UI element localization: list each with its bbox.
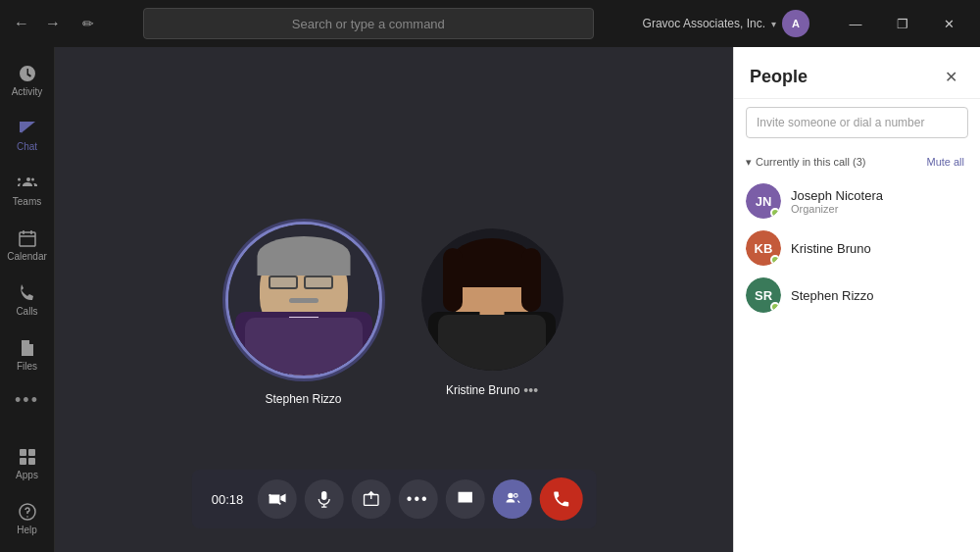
user-avatar: A [782, 10, 809, 37]
joseph-info: Joseph Nicotera Organizer [791, 188, 968, 215]
more-button[interactable]: ••• [398, 479, 437, 519]
sidebar-label-calendar: Calendar [7, 251, 47, 262]
chevron-down-icon: ▾ [771, 19, 776, 29]
joseph-avatar: JN [746, 183, 781, 219]
video-area: Stephen Rizzo [55, 47, 733, 552]
participant-tile-kristine: Kristine Bruno ••• [421, 228, 564, 371]
sidebar-more-button[interactable]: ••• [4, 384, 51, 416]
people-panel: People ✕ ▾ Currently in this call (3) Mu… [733, 47, 980, 552]
svg-point-9 [26, 516, 28, 518]
camera-button[interactable] [257, 479, 296, 519]
participant-list: JN Joseph Nicotera Organizer KB [734, 174, 980, 552]
joseph-status-dot [770, 208, 780, 218]
people-button[interactable] [492, 479, 531, 519]
sidebar-item-activity[interactable]: Activity [4, 55, 51, 106]
participant-tile-stephen: Stephen Rizzo [225, 222, 382, 378]
svg-rect-11 [321, 491, 326, 500]
invite-input[interactable] [746, 107, 968, 138]
restore-button[interactable]: ❐ [880, 8, 925, 39]
kristine-info: Kristine Bruno [791, 241, 968, 256]
joseph-role: Organizer [791, 203, 968, 215]
forward-button[interactable]: → [39, 10, 67, 37]
title-bar: ← → ✏ Gravoc Associates, Inc. ▾ A — ❐ ✕ [0, 0, 980, 47]
back-button[interactable]: ← [8, 10, 35, 37]
call-timer: 00:18 [204, 492, 252, 507]
tenant-selector[interactable]: Gravoc Associates, Inc. ▾ A [635, 6, 817, 41]
participant-name-stephen: Stephen Rizzo [265, 392, 341, 406]
svg-rect-6 [20, 458, 26, 465]
stephen-status-dot [770, 302, 780, 312]
search-input[interactable] [143, 8, 594, 39]
svg-rect-0 [20, 232, 35, 246]
video-stephen [225, 222, 382, 378]
microphone-button[interactable] [304, 479, 343, 519]
sidebar-item-calendar[interactable]: Calendar [4, 220, 51, 271]
sidebar-label-activity: Activity [12, 86, 43, 97]
svg-rect-5 [28, 449, 35, 456]
stephen-info: Stephen Rizzo [791, 288, 968, 303]
window-controls: — ❐ ✕ [833, 8, 972, 39]
section-title: ▾ Currently in this call (3) [746, 156, 865, 169]
list-item[interactable]: SR Stephen Rizzo [734, 272, 980, 319]
sidebar-item-apps[interactable]: Apps [4, 438, 51, 489]
sidebar-item-teams[interactable]: Teams [4, 165, 51, 216]
stephen-panel-avatar: SR [746, 277, 781, 313]
kristine-status-dot [770, 255, 780, 265]
mute-all-button[interactable]: Mute all [922, 154, 968, 170]
sidebar-label-chat: Chat [17, 141, 37, 152]
close-button[interactable]: ✕ [927, 8, 972, 39]
participant-name-kristine: Kristine Bruno ••• [446, 382, 538, 398]
sidebar: Activity Chat Teams Calendar Calls Files… [0, 47, 55, 552]
share-button[interactable] [351, 479, 390, 519]
sidebar-label-files: Files [17, 361, 37, 372]
section-expand-icon[interactable]: ▾ [746, 156, 752, 169]
svg-rect-7 [28, 458, 35, 465]
list-item[interactable]: KB Kristine Bruno [734, 225, 980, 272]
sidebar-label-help: Help [17, 525, 37, 535]
panel-title: People [750, 67, 808, 87]
sidebar-item-calls[interactable]: Calls [4, 275, 51, 326]
minimize-button[interactable]: — [833, 8, 878, 39]
joseph-name: Joseph Nicotera [791, 188, 968, 203]
compose-button[interactable]: ✏ [74, 10, 102, 37]
sidebar-item-chat[interactable]: Chat [4, 110, 51, 161]
nav-buttons: ← → [8, 10, 67, 37]
stephen-panel-name: Stephen Rizzo [791, 288, 968, 303]
main-content: Activity Chat Teams Calendar Calls Files… [0, 47, 980, 552]
kristine-panel-name: Kristine Bruno [791, 241, 968, 256]
panel-header: People ✕ [734, 47, 980, 99]
sidebar-label-calls: Calls [16, 306, 37, 317]
call-controls-toolbar: 00:18 ••• [192, 470, 597, 528]
sidebar-item-files[interactable]: Files [4, 329, 51, 380]
chat-button[interactable] [445, 479, 484, 519]
section-header: ▾ Currently in this call (3) Mute all [734, 146, 980, 174]
panel-close-button[interactable]: ✕ [937, 63, 964, 90]
svg-rect-4 [20, 449, 26, 456]
end-call-button[interactable] [539, 477, 582, 521]
participant-more-icon-kristine[interactable]: ••• [523, 382, 538, 398]
sidebar-label-teams: Teams [13, 196, 41, 207]
sidebar-label-apps: Apps [16, 470, 38, 480]
sidebar-bottom: Apps Help [4, 438, 51, 544]
list-item[interactable]: JN Joseph Nicotera Organizer [734, 177, 980, 225]
sidebar-item-help[interactable]: Help [4, 493, 51, 544]
video-kristine [421, 228, 564, 371]
kristine-panel-avatar: KB [746, 230, 781, 266]
tenant-name: Gravoc Associates, Inc. [643, 17, 765, 30]
